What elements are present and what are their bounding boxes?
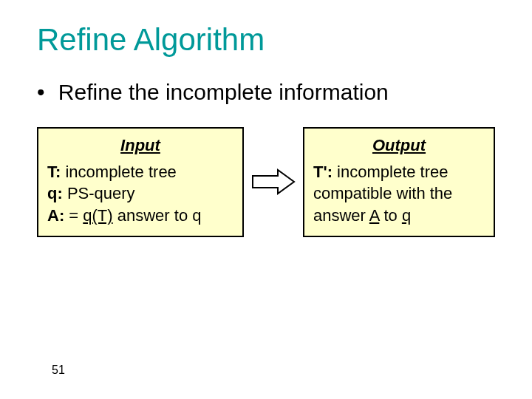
- input-box: Input T: incomplete tree q: PS-query A: …: [37, 127, 244, 237]
- bullet-line: • Refine the incomplete information: [37, 80, 495, 105]
- output-header: Output: [313, 134, 485, 157]
- bullet-marker: •: [37, 80, 45, 105]
- slide-title: Refine Algorithm: [37, 22, 495, 58]
- output-body: T': incomplete tree compatible with the …: [313, 161, 485, 227]
- input-line-2: q: PS-query: [47, 183, 233, 205]
- input-q-text: PS-query: [63, 184, 135, 202]
- input-line-1: T: incomplete tree: [47, 161, 233, 183]
- input-header: Input: [47, 134, 233, 157]
- input-A-rest: answer to q: [113, 206, 202, 225]
- output-Tprime-label: T':: [313, 163, 332, 181]
- input-T-label: T:: [47, 163, 61, 181]
- input-q-label: q:: [47, 184, 63, 202]
- arrow-container: [248, 168, 299, 195]
- output-to: to: [379, 206, 402, 225]
- input-qT: q(T): [83, 206, 112, 225]
- page-number: 51: [52, 364, 65, 377]
- output-A: A: [369, 206, 379, 225]
- output-q: q: [402, 206, 411, 225]
- input-A-label: A:: [47, 206, 64, 225]
- slide: Refine Algorithm • Refine the incomplete…: [0, 0, 532, 399]
- arrow-right-icon: [251, 168, 296, 195]
- input-line-3: A: = q(T) answer to q: [47, 205, 233, 227]
- input-T-text: incomplete tree: [61, 163, 177, 181]
- boxes-row: Input T: incomplete tree q: PS-query A: …: [37, 127, 495, 237]
- input-body: T: incomplete tree q: PS-query A: = q(T)…: [47, 161, 233, 227]
- input-A-eq: =: [64, 206, 83, 225]
- bullet-text: Refine the incomplete information: [58, 80, 389, 104]
- svg-marker-0: [253, 170, 294, 194]
- output-box: Output T': incomplete tree compatible wi…: [303, 127, 495, 237]
